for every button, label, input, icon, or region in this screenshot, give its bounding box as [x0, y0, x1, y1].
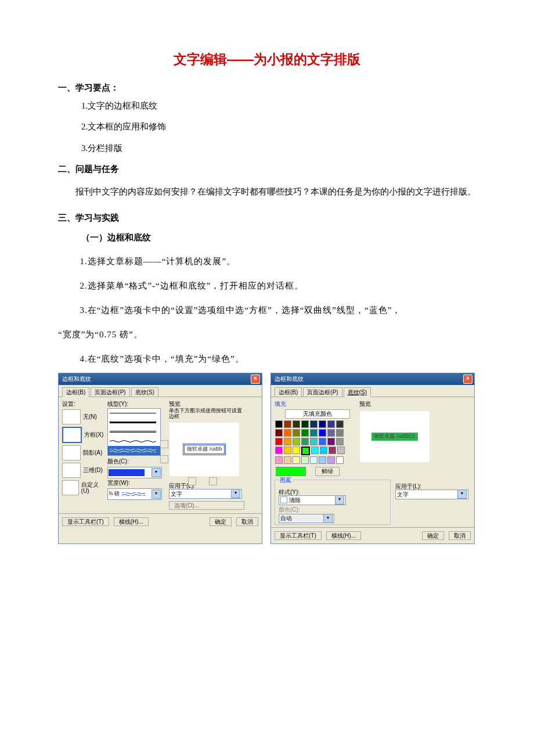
ok-button[interactable]: 确定 [210, 517, 232, 526]
chevron-down-icon[interactable]: ▾ [151, 489, 161, 499]
point-2: 2.文本框的应用和修饰 [81, 122, 476, 132]
setting-shadow[interactable] [62, 445, 81, 460]
chevron-down-icon: ▾ [323, 514, 333, 523]
style-list[interactable] [107, 408, 161, 456]
pattern-color-combo: 自动▾ [279, 514, 334, 523]
border-dialog: 边框和底纹 × 边框(B) 页面边框(P) 底纹(S) 设置: 无(N) 方框(… [58, 373, 262, 544]
setting-3d[interactable] [62, 463, 81, 478]
setting-custom[interactable] [62, 480, 79, 495]
apply-value-s: 文字 [397, 491, 409, 498]
apply-value: 文字 [171, 491, 182, 497]
edge-top-icon[interactable] [160, 440, 168, 448]
edge-left-icon[interactable] [188, 477, 196, 485]
point-1: 1.文字的边框和底纹 [81, 101, 476, 111]
step-2: 2.选择菜单“格式”-“边框和底纹”，打开相应的对话框。 [58, 275, 476, 296]
step-4: 4.在“底纹”选项卡中，“填充”为“绿色”。 [58, 348, 476, 369]
color-combo[interactable]: ▾ [107, 467, 162, 478]
pattern-group-label: 图案 [279, 477, 293, 483]
fill-label: 填充 [275, 401, 356, 407]
tab-shading[interactable]: 底纹(S) [131, 387, 158, 397]
show-toolbar-button[interactable]: 显示工具栏(T) [275, 531, 322, 540]
chevron-down-icon[interactable]: ▾ [231, 489, 240, 498]
step-1: 1.选择文章标题——“计算机的发展”。 [58, 251, 476, 272]
tab-page-border[interactable]: 页面边框(P) [303, 387, 342, 397]
edge-bottom-icon[interactable] [160, 455, 168, 463]
close-icon[interactable]: × [463, 375, 472, 384]
setting-none[interactable] [62, 409, 81, 424]
preview-label-s: 预览 [359, 401, 435, 407]
tabs-shading: 边框(B) 页面边框(P) 底纹(S) [271, 385, 474, 397]
section3-head: 三、学习与实践 [58, 213, 476, 223]
titlebar-text: 边框和底纹 [62, 376, 91, 382]
point-3: 3.分栏排版 [81, 143, 476, 153]
preview-area-shading: 微软卓越 AaBbCc [359, 411, 430, 463]
setting-box[interactable] [62, 427, 82, 443]
width-value: ¾ 磅 [109, 491, 120, 497]
pattern-color-label: 颜色(C): [279, 506, 387, 513]
titlebar-shading[interactable]: 边框和底纹 × [271, 373, 474, 385]
section1-head: 一、学习要点： [58, 83, 476, 93]
preview-text-border: 微软卓越 AaBb [183, 444, 226, 455]
no-fill-button[interactable]: 无填充颜色 [285, 409, 350, 419]
setting-box-label: 方框(X) [84, 431, 103, 438]
subsection-1: （一）边框和底纹 [81, 233, 476, 243]
tab-shading[interactable]: 底纹(S) [344, 387, 371, 397]
ok-button[interactable]: 确定 [422, 531, 444, 540]
tab-border[interactable]: 边框(B) [62, 387, 89, 397]
close-icon[interactable]: × [251, 375, 260, 384]
color-grid[interactable] [275, 420, 350, 465]
chevron-down-icon[interactable]: ▾ [457, 489, 467, 499]
show-toolbar-button[interactable]: 显示工具栏(T) [62, 517, 109, 526]
section2-head: 二、问题与任务 [58, 164, 476, 174]
tab-page-border[interactable]: 页面边框(P) [91, 387, 129, 397]
options-button: 选项(O)... [169, 501, 244, 510]
hline-button[interactable]: 横线(H)... [114, 517, 149, 526]
section2-body: 报刊中文字的内容应如何安排？在编排文字时都有哪些技巧？本课的任务是为你的小报的文… [58, 182, 476, 201]
pattern-auto: 自动 [280, 515, 292, 521]
preview-text-shading: 微软卓越 AaBbCc [371, 433, 418, 441]
width-label: 宽度(W): [107, 480, 165, 486]
tab-shading-label: 底纹(S) [348, 389, 367, 395]
document-title: 文字编辑——为小报的文字排版 [58, 52, 476, 67]
tabs-border: 边框(B) 页面边框(P) 底纹(S) [59, 385, 262, 397]
apply-combo[interactable]: 文字▾ [169, 489, 242, 499]
hline-button[interactable]: 横线(H)... [326, 531, 361, 540]
setting-shadow-label: 阴影(A) [83, 449, 102, 456]
setting-custom-label: 自定义(U) [81, 481, 104, 494]
style-label: 线型(Y): [107, 401, 165, 407]
cancel-button[interactable]: 取消 [236, 517, 258, 526]
pattern-style-combo[interactable]: 清除▾ [279, 495, 346, 505]
setting-label: 设置: [62, 401, 104, 407]
step-3b: “宽度”为“0.75 磅”。 [58, 324, 476, 345]
dialog-row: 边框和底纹 × 边框(B) 页面边框(P) 底纹(S) 设置: 无(N) 方框(… [58, 373, 476, 544]
pattern-clear: 清除 [289, 497, 301, 503]
chevron-down-icon[interactable]: ▾ [335, 495, 344, 505]
titlebar-border[interactable]: 边框和底纹 × [59, 373, 262, 385]
setting-none-label: 无(N) [83, 413, 97, 420]
color-name-button[interactable]: 鲜绿 [315, 467, 340, 476]
edge-right-icon[interactable] [209, 477, 217, 485]
shading-dialog: 边框和底纹 × 边框(B) 页面边框(P) 底纹(S) 填充 无填充颜色 鲜绿 [270, 373, 475, 544]
width-combo[interactable]: ¾ 磅 ▾ [107, 488, 162, 500]
pattern-style-label: 样式(Y): [279, 489, 387, 495]
preview-label: 预览 [169, 401, 244, 407]
cancel-button[interactable]: 取消 [449, 531, 471, 540]
color-label: 颜色(C): [107, 458, 165, 465]
preview-note: 单击下方图示或使用按钮可设置边框 [169, 408, 244, 420]
preview-area-border: 微软卓越 AaBb [169, 422, 240, 477]
apply-label-s: 应用于(L): [395, 483, 471, 489]
titlebar-text: 边框和底纹 [275, 376, 304, 382]
setting-3d-label: 三维(D) [83, 467, 103, 473]
step-3a: 3.在“边框”选项卡中的“设置”选项组中选“方框”，选择“双曲线”线型，“蓝色”… [58, 300, 476, 321]
tab-border[interactable]: 边框(B) [275, 387, 302, 397]
apply-combo-s[interactable]: 文字▾ [395, 489, 468, 499]
chevron-down-icon[interactable]: ▾ [151, 468, 161, 477]
